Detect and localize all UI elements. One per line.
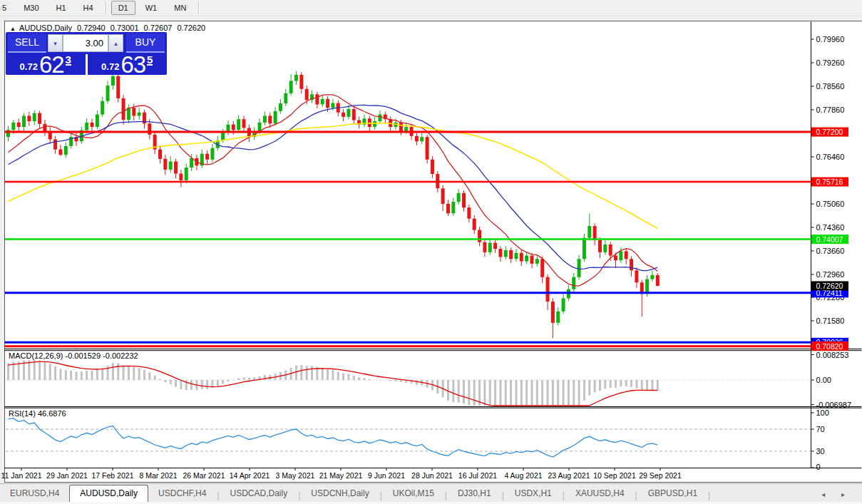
chart-tab-usdcad-daily[interactable]: USDCAD,Daily xyxy=(220,486,298,502)
volume-increase-button[interactable]: ▲ xyxy=(108,34,123,52)
svg-text:0.74007: 0.74007 xyxy=(816,235,843,244)
sell-price-sup: 3 xyxy=(66,55,71,66)
svg-text:17 Feb 2021: 17 Feb 2021 xyxy=(92,471,134,480)
chart-tab-bar: EURUSD,H4AUDUSD,DailyUSDCHF,H4|USDCAD,Da… xyxy=(0,483,862,502)
toolbar-separator xyxy=(106,1,106,14)
rsi-label: RSI(14) 46.6876 xyxy=(9,409,66,418)
rsi-indicator: 10070300RSI(14) 46.6876 xyxy=(6,408,829,471)
svg-text:0.79960: 0.79960 xyxy=(816,35,845,43)
macd-signal-line xyxy=(9,361,658,406)
sell-price-big: 62 xyxy=(39,55,64,74)
sell-price-small: 0.72 xyxy=(20,61,38,72)
ohlc-high: 0.73001 xyxy=(111,24,139,32)
svg-text:0.72960: 0.72960 xyxy=(816,270,845,279)
chart-tab-gbpusd-h1[interactable]: GBPUSD,H1 xyxy=(638,486,707,502)
svg-text:28 Jun 2021: 28 Jun 2021 xyxy=(411,471,453,480)
tab-scroll-arrows[interactable]: ◂ ▸ xyxy=(821,490,852,502)
chart-tab-eurusd-h4[interactable]: EURUSD,H4 xyxy=(0,486,69,502)
svg-text:30: 30 xyxy=(816,447,825,456)
ohlc-close: 0.72620 xyxy=(177,24,205,32)
svg-text:29 Sep 2021: 29 Sep 2021 xyxy=(639,471,682,480)
svg-text:11 Jan 2021: 11 Jan 2021 xyxy=(1,471,41,480)
svg-text:26 Mar 2021: 26 Mar 2021 xyxy=(183,471,225,480)
chart-tab-audusd-daily[interactable]: AUDUSD,Daily xyxy=(69,485,148,502)
svg-text:0.70820: 0.70820 xyxy=(816,342,843,351)
toolbar-separator xyxy=(198,1,199,14)
svg-text:4 Aug 2021: 4 Aug 2021 xyxy=(504,471,542,480)
chart-tab-usdx-h1[interactable]: USDX,H1 xyxy=(505,486,562,502)
ohlc-open: 0.72940 xyxy=(77,24,106,32)
svg-text:0.75716: 0.75716 xyxy=(816,178,843,186)
tab-separator: | xyxy=(707,490,711,502)
svg-text:23 Aug 2021: 23 Aug 2021 xyxy=(548,471,590,480)
svg-text:10 Sep 2021: 10 Sep 2021 xyxy=(593,471,636,480)
svg-text:14 Apr 2021: 14 Apr 2021 xyxy=(230,471,270,480)
moving-average-20 xyxy=(9,105,658,270)
svg-text:0.00: 0.00 xyxy=(816,376,831,384)
volume-decrease-button[interactable]: ▼ xyxy=(48,34,63,52)
svg-text:29 Jan 2021: 29 Jan 2021 xyxy=(46,471,88,480)
timeframe-button-mn[interactable]: MN xyxy=(167,1,193,15)
chart-header: ▲AUDUSD,Daily 0.72940 0.73001 0.72607 0.… xyxy=(10,24,208,32)
buy-price-small: 0.72 xyxy=(101,61,119,72)
timeframe-button-h4[interactable]: H4 xyxy=(76,1,101,15)
svg-text:3 May 2021: 3 May 2021 xyxy=(276,471,315,480)
svg-text:21 May 2021: 21 May 2021 xyxy=(319,471,363,480)
svg-text:0.72620: 0.72620 xyxy=(816,282,843,290)
svg-text:0: 0 xyxy=(816,463,821,471)
svg-text:-0.006987: -0.006987 xyxy=(816,401,852,409)
chart-tab-usdcnh-daily[interactable]: USDCNH,Daily xyxy=(301,486,379,502)
svg-text:0.76460: 0.76460 xyxy=(816,153,845,161)
svg-text:0.73660: 0.73660 xyxy=(816,247,845,255)
timeframe-button-h1[interactable]: H1 xyxy=(49,1,73,15)
moving-average-55 xyxy=(9,123,658,229)
macd-indicator: 0.0082530.00-0.006987MACD(12,26,9) -0.00… xyxy=(6,351,851,409)
timeframe-button-w1[interactable]: W1 xyxy=(138,1,165,15)
svg-text:0.79260: 0.79260 xyxy=(816,58,845,67)
chart-symbol-label: AUDUSD,Daily xyxy=(19,24,72,32)
svg-text:0.74360: 0.74360 xyxy=(816,223,845,232)
collapse-arrow-icon[interactable]: ▲ xyxy=(10,26,16,32)
chart-tab-dj30-h1[interactable]: DJ30,H1 xyxy=(448,486,501,502)
timeframe-button-d1[interactable]: D1 xyxy=(111,1,135,15)
sell-button[interactable]: SELL xyxy=(8,34,46,53)
timeframe-button-5[interactable]: 5 xyxy=(0,1,14,15)
chart-tab-xauusd-h4[interactable]: XAUUSD,H4 xyxy=(565,486,635,502)
timeframe-button-m30[interactable]: M30 xyxy=(16,1,46,15)
date-axis: 11 Jan 202129 Jan 202117 Feb 20218 Mar 2… xyxy=(1,468,681,480)
ohlc-low: 0.72607 xyxy=(144,24,173,32)
svg-text:0.77200: 0.77200 xyxy=(816,128,843,136)
buy-price-panel[interactable]: 0.72 63 5 xyxy=(88,54,168,75)
macd-label: MACD(12,26,9) -0.001529 -0.002232 xyxy=(9,351,138,360)
volume-input[interactable]: 3.00 xyxy=(63,34,108,52)
buy-price-big: 63 xyxy=(120,55,145,74)
level-lines xyxy=(5,132,811,346)
svg-text:9 Jun 2021: 9 Jun 2021 xyxy=(368,471,405,480)
svg-text:0.75060: 0.75060 xyxy=(816,200,845,208)
buy-button[interactable]: BUY xyxy=(126,34,165,53)
svg-text:0.008253: 0.008253 xyxy=(816,351,849,359)
one-click-trading-panel: SELL ▼ 3.00 ▲ BUY 0.72 62 3 0.72 63 5 xyxy=(6,32,167,75)
svg-text:0.77860: 0.77860 xyxy=(816,106,845,114)
svg-text:16 Jul 2021: 16 Jul 2021 xyxy=(458,471,497,480)
svg-text:100: 100 xyxy=(816,408,829,417)
svg-text:70: 70 xyxy=(816,425,825,433)
sell-price-panel[interactable]: 0.72 62 3 xyxy=(6,54,88,75)
price-axis: 0.799600.792600.785600.778600.764600.750… xyxy=(811,35,849,351)
svg-text:0.71580: 0.71580 xyxy=(816,317,845,325)
chart-tab-ukoil-m15[interactable]: UKOil,M15 xyxy=(383,486,444,502)
chart-tab-usdchf-h4[interactable]: USDCHF,H4 xyxy=(148,486,216,502)
svg-text:0.78560: 0.78560 xyxy=(816,82,845,91)
timeframe-toolbar: 5M30H1H4D1W1MN xyxy=(0,0,862,16)
buy-price-sup: 5 xyxy=(147,55,153,66)
trade-panel-prices: 0.72 62 3 0.72 63 5 xyxy=(6,54,167,75)
svg-text:8 Mar 2021: 8 Mar 2021 xyxy=(139,471,177,480)
candlestick-series xyxy=(6,71,660,339)
